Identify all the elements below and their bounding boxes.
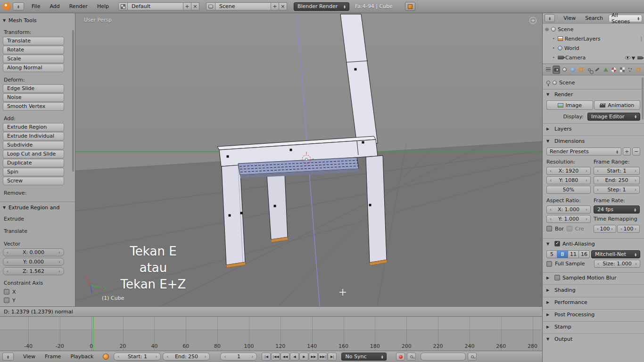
tab-material[interactable] — [610, 66, 617, 74]
chevron-right-icon[interactable] — [585, 178, 588, 183]
preset-add-button[interactable] — [623, 148, 631, 156]
tab-physics[interactable] — [635, 66, 642, 74]
chevron-right-icon[interactable] — [58, 269, 61, 274]
resolution-percentage-button[interactable]: 50% — [546, 186, 591, 194]
tool-button-scale[interactable]: Scale — [3, 55, 64, 63]
chevron-left-icon[interactable] — [223, 354, 227, 359]
properties-scrollbar[interactable] — [642, 77, 644, 120]
insert-keyframe-button[interactable] — [468, 353, 477, 361]
chevron-left-icon[interactable] — [596, 168, 600, 173]
outliner-row-world[interactable]: World — [545, 43, 642, 53]
tool-button-translate[interactable]: Translate — [3, 37, 64, 45]
frame-end-field[interactable]: End: 250 — [163, 353, 210, 361]
pin-icon[interactable] — [546, 81, 550, 84]
expand-icon[interactable] — [545, 27, 549, 32]
tool-button-extrude-region[interactable]: Extrude Region — [3, 123, 64, 132]
timeline-menu-view[interactable]: View — [18, 351, 40, 362]
chevron-left-icon[interactable] — [549, 207, 553, 212]
outliner-editor-selector[interactable] — [545, 14, 555, 22]
frame-step-field[interactable]: Step: 1 — [594, 186, 640, 194]
constraint-y-checkbox[interactable] — [4, 297, 9, 303]
timeline-ruler[interactable]: -40-200204060801001201401601802002202402… — [0, 317, 542, 351]
chevron-left-icon[interactable] — [549, 216, 553, 222]
chevron-right-icon[interactable] — [634, 261, 638, 266]
chevron-right-icon[interactable] — [610, 226, 614, 231]
chevron-left-icon[interactable] — [596, 178, 600, 183]
layers-panel-header[interactable]: Layers — [546, 124, 640, 133]
outliner-row-renderlayers[interactable]: RenderLayers — [545, 34, 642, 43]
menu-file[interactable]: File — [27, 1, 45, 12]
operator-panel-header[interactable]: Extrude Region and — [3, 203, 71, 212]
tool-button-smooth-vertex[interactable]: Smooth Vertex — [3, 102, 64, 111]
chevron-right-icon[interactable] — [250, 354, 254, 359]
tool-button-loop-cut-and-slide[interactable]: Loop Cut and Slide — [3, 150, 64, 158]
tool-button-edge-slide[interactable]: Edge Slide — [3, 84, 64, 93]
chevron-right-icon[interactable] — [634, 168, 637, 173]
chevron-right-icon[interactable] — [585, 216, 588, 222]
keying-set-field[interactable] — [421, 353, 466, 361]
current-frame-playhead[interactable] — [93, 317, 94, 351]
dimensions-panel-header[interactable]: Dimensions — [546, 136, 640, 146]
chevron-left-icon[interactable] — [596, 226, 600, 231]
tab-texture[interactable] — [619, 66, 626, 74]
tab-object[interactable] — [578, 66, 585, 74]
tab-world[interactable] — [569, 66, 576, 74]
aa-filter-dropdown[interactable]: Mitchell-Net — [591, 250, 640, 258]
frame-back-button[interactable]: ◀ — [290, 353, 299, 361]
output-panel-header[interactable]: Output — [546, 334, 640, 344]
layout-add-button[interactable] — [183, 2, 191, 10]
chevron-left-icon[interactable] — [6, 259, 9, 264]
record-button[interactable] — [396, 353, 405, 361]
outliner-scope-dropdown[interactable]: All Scenes — [609, 15, 642, 22]
resolution-y-field[interactable]: Y: 1080 — [546, 176, 591, 184]
motion-blur-panel-header[interactable]: Sampled Motion Blur — [546, 273, 640, 282]
constraint-x-checkbox[interactable] — [4, 289, 9, 295]
tab-modifiers[interactable] — [594, 66, 601, 74]
chevron-left-icon[interactable] — [549, 178, 553, 183]
aspect-x-field[interactable]: X: 1.000 — [546, 206, 591, 214]
fps-dropdown[interactable]: 24 fps — [594, 206, 640, 214]
outliner-row-scene[interactable]: Scene — [545, 25, 642, 34]
chevron-left-icon[interactable] — [619, 226, 623, 231]
chevron-right-icon[interactable] — [203, 354, 207, 359]
editor-type-selector[interactable] — [13, 2, 24, 10]
motion-blur-checkbox[interactable] — [554, 275, 560, 280]
tool-button-spin[interactable]: Spin — [3, 168, 64, 176]
chevron-left-icon[interactable] — [6, 250, 9, 255]
antialiasing-checkbox[interactable] — [554, 241, 560, 247]
aa-sample-5[interactable]: 5 — [546, 250, 557, 258]
play-reverse-button[interactable]: ◀◀ — [281, 353, 289, 361]
frame-start-field[interactable]: Start: 1 — [114, 353, 161, 361]
remap-old-field[interactable]: 100 — [594, 225, 616, 233]
outliner-menu-search[interactable]: Search — [580, 13, 608, 24]
vector-z-field[interactable]: Z: 1.562 — [3, 267, 64, 275]
properties-editor-selector[interactable] — [545, 66, 552, 74]
aa-size-field[interactable]: Size: 1.000 — [594, 260, 640, 268]
tool-button-duplicate[interactable]: Duplicate — [3, 159, 64, 167]
tool-button-rotate[interactable]: Rotate — [3, 46, 64, 54]
tool-button-along-normal[interactable]: Along Normal — [3, 64, 64, 72]
chevron-right-icon[interactable] — [634, 187, 637, 192]
tab-scene[interactable] — [561, 66, 568, 74]
scene-browse-icon[interactable] — [206, 2, 215, 10]
outliner-row-camera[interactable]: Camera — [545, 53, 642, 62]
viewport-3d[interactable]: y User Persp Tekan E atau Tekan E+Z (1) … — [75, 13, 542, 306]
preset-remove-button[interactable] — [632, 148, 640, 156]
post-processing-panel-header[interactable]: Post Processing — [546, 310, 640, 319]
border-checkbox[interactable] — [546, 226, 552, 231]
menu-render[interactable]: Render — [65, 1, 92, 12]
jump-end-button[interactable]: ▶| — [328, 353, 337, 361]
play-button[interactable]: ▶ — [299, 353, 308, 361]
menu-add[interactable]: Add — [45, 1, 64, 12]
next-keyframe-button[interactable]: ▶▶| — [318, 353, 327, 361]
editmode-object-button[interactable] — [405, 2, 415, 11]
chevron-right-icon[interactable] — [634, 226, 637, 231]
frame-forward-button[interactable]: ▶▶ — [309, 353, 318, 361]
resolution-x-field[interactable]: X: 1920 — [546, 167, 591, 175]
toolshelf-scrollbar[interactable] — [72, 30, 74, 172]
chevron-left-icon[interactable] — [596, 187, 600, 192]
tab-render[interactable] — [553, 66, 560, 74]
keying-set-button[interactable] — [407, 353, 416, 361]
menu-help[interactable]: Help — [92, 1, 114, 12]
aa-sample-8[interactable]: 8 — [557, 250, 568, 258]
